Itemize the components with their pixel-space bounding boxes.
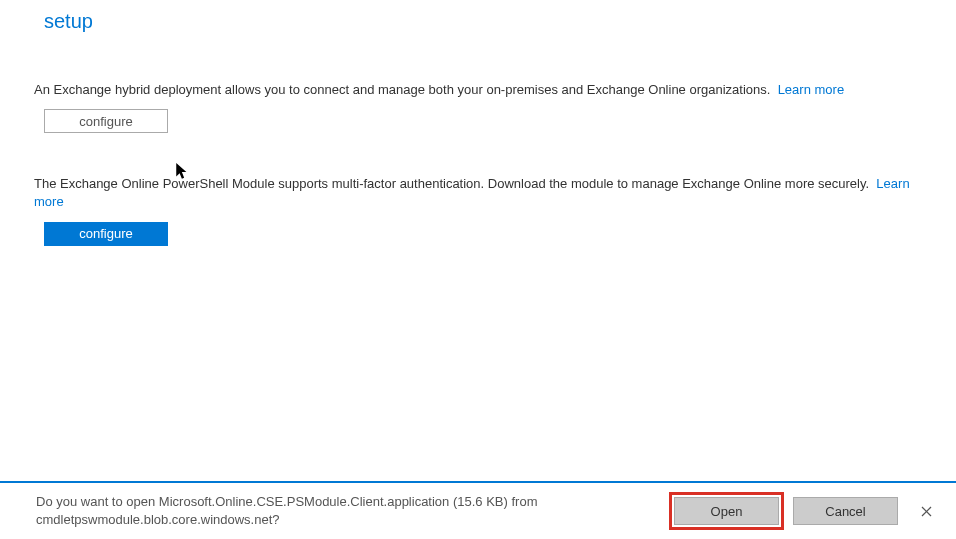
powershell-text: The Exchange Online PowerShell Module su… xyxy=(34,176,869,191)
hybrid-configure-button[interactable]: configure xyxy=(44,109,168,133)
download-notification-bar: Do you want to open Microsoft.Online.CSE… xyxy=(0,483,956,539)
download-text-line1: Do you want to open Microsoft.Online.CSE… xyxy=(36,494,537,509)
download-prompt-text: Do you want to open Microsoft.Online.CSE… xyxy=(36,493,674,529)
powershell-configure-button[interactable]: configure xyxy=(44,222,168,246)
powershell-section: The Exchange Online PowerShell Module su… xyxy=(44,175,926,245)
download-actions: Open Cancel xyxy=(674,497,940,525)
close-icon[interactable] xyxy=(912,497,940,525)
hybrid-section: An Exchange hybrid deployment allows you… xyxy=(44,81,926,133)
download-text-line2: cmdletpswmodule.blob.core.windows.net? xyxy=(36,512,280,527)
hybrid-learn-more-link[interactable]: Learn more xyxy=(778,82,844,97)
hybrid-description: An Exchange hybrid deployment allows you… xyxy=(34,81,926,99)
page-title: setup xyxy=(44,10,926,33)
powershell-description: The Exchange Online PowerShell Module su… xyxy=(34,175,926,211)
hybrid-text: An Exchange hybrid deployment allows you… xyxy=(34,82,770,97)
cancel-button[interactable]: Cancel xyxy=(793,497,898,525)
open-button[interactable]: Open xyxy=(674,497,779,525)
